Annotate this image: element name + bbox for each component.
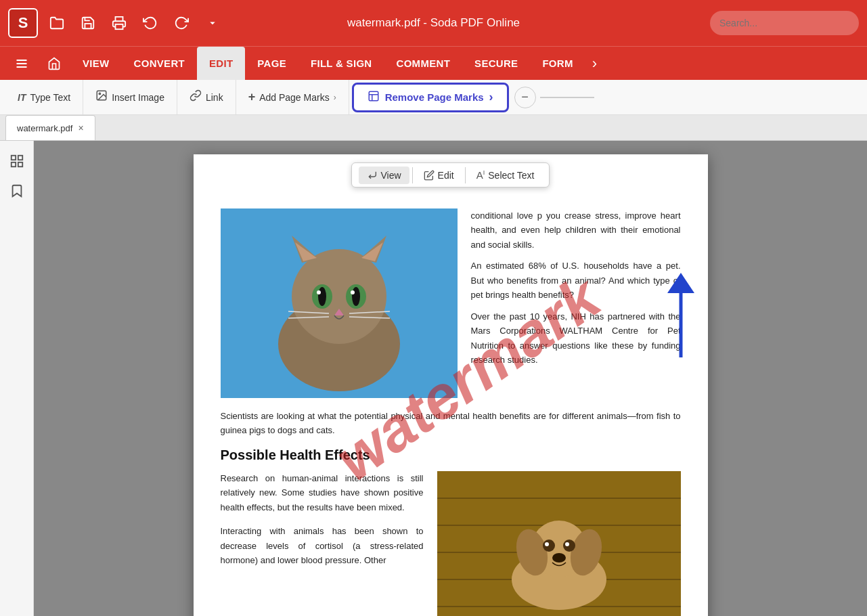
- pdf-paragraph-5: Research on human-animal interactions is…: [221, 471, 424, 514]
- remove-page-marks-button[interactable]: Remove Page Marks ›: [352, 83, 509, 112]
- add-page-marks-icon: +: [248, 90, 256, 104]
- cat-text-column: conditional love p you crease stress, im…: [471, 208, 681, 398]
- nav-edit[interactable]: EDIT: [197, 47, 245, 80]
- print-button[interactable]: [107, 11, 131, 35]
- pdf-bottom-text-column: Research on human-animal interactions is…: [221, 471, 424, 616]
- more-dropdown-button[interactable]: [200, 11, 225, 35]
- add-page-marks-button[interactable]: + Add Page Marks ›: [236, 80, 349, 114]
- nav-fill-sign[interactable]: FILL & SIGN: [298, 47, 384, 80]
- tab-close-button[interactable]: ×: [78, 123, 83, 133]
- tab-filename: watermark.pdf: [17, 123, 72, 133]
- undo-button[interactable]: [138, 11, 162, 35]
- svg-point-42: [563, 540, 575, 552]
- redo-button[interactable]: [169, 11, 194, 35]
- pdf-edit-label: Edit: [438, 170, 454, 181]
- svg-point-25: [351, 290, 355, 294]
- pdf-paragraph-2: An estimated 68% of U.S. households have…: [471, 259, 681, 302]
- insert-image-button[interactable]: Insert Image: [83, 80, 177, 114]
- svg-rect-0: [116, 24, 123, 29]
- pdf-select-text-button[interactable]: AI Select Text: [468, 166, 543, 184]
- insert-image-icon: [95, 89, 108, 105]
- nav-convert[interactable]: CONVERT: [122, 47, 197, 80]
- remove-page-marks-chevron: ›: [489, 90, 493, 104]
- pdf-view-label: View: [381, 170, 401, 181]
- save-button[interactable]: [76, 11, 100, 35]
- svg-rect-10: [18, 156, 22, 160]
- pdf-select-text-label: Select Text: [488, 170, 534, 181]
- svg-rect-9: [11, 156, 15, 160]
- add-page-marks-label: Add Page Marks: [259, 92, 330, 103]
- nav-bar: VIEW CONVERT EDIT PAGE FILL & SIGN COMME…: [0, 46, 867, 80]
- zoom-slider[interactable]: [540, 97, 594, 98]
- pdf-paragraph-4: Scientists are looking at what the poten…: [221, 409, 681, 438]
- thumbnail-panel-button[interactable]: [5, 149, 29, 173]
- link-button[interactable]: Link: [177, 80, 236, 114]
- add-page-marks-chevron: ›: [334, 93, 336, 102]
- window-title: watermark.pdf - Soda PDF Online: [347, 16, 520, 30]
- svg-rect-11: [11, 162, 15, 167]
- pdf-paragraph-6: Interacting with animals has been shown …: [221, 524, 424, 567]
- pdf-content: conditional love p you crease stress, im…: [194, 195, 708, 616]
- home-nav-button[interactable]: [38, 47, 70, 80]
- svg-point-15: [292, 249, 386, 344]
- pdf-floating-toolbar: View Edit AI Select Text: [351, 162, 550, 188]
- tab-bar: watermark.pdf ×: [0, 115, 867, 141]
- svg-point-24: [317, 290, 321, 294]
- svg-point-45: [552, 553, 566, 563]
- nav-more-button[interactable]: ›: [585, 47, 604, 80]
- type-text-icon: IT: [18, 92, 26, 103]
- top-bar: S watermark.pdf - Soda PDF Online: [0, 0, 867, 46]
- pdf-heading-health: Possible Health Effects: [221, 447, 681, 463]
- nav-page[interactable]: PAGE: [245, 47, 298, 80]
- type-text-label: Type Text: [30, 92, 70, 103]
- type-text-button[interactable]: IT Type Text: [5, 80, 83, 114]
- select-text-icon: AI: [476, 169, 485, 181]
- svg-rect-6: [369, 91, 378, 101]
- insert-image-label: Insert Image: [112, 92, 164, 103]
- toolbar-separator2: [465, 167, 466, 183]
- pdf-view-button[interactable]: View: [359, 167, 409, 184]
- svg-point-23: [352, 287, 360, 306]
- pdf-bottom-section: Research on human-animal interactions is…: [221, 471, 681, 616]
- pdf-top-section: conditional love p you crease stress, im…: [221, 208, 681, 398]
- pdf-paragraph-1: conditional love p you crease stress, im…: [471, 208, 681, 252]
- nav-form[interactable]: FORM: [530, 47, 585, 80]
- bookmark-panel-button[interactable]: [5, 179, 29, 203]
- main-content: View Edit AI Select Text: [0, 141, 867, 616]
- search-input[interactable]: [710, 11, 859, 35]
- left-sidebar: [0, 141, 34, 616]
- svg-point-22: [318, 287, 326, 306]
- zoom-minus-button[interactable]: −: [514, 87, 536, 108]
- pdf-area: View Edit AI Select Text: [34, 141, 867, 616]
- toolbar-bar: IT Type Text Insert Image Link + Add Pag…: [0, 80, 867, 115]
- pdf-edit-button[interactable]: Edit: [416, 167, 462, 184]
- link-label: Link: [206, 92, 223, 103]
- cat-image: [221, 208, 458, 398]
- svg-point-5: [99, 93, 100, 94]
- remove-page-marks-icon: [368, 90, 380, 104]
- hamburger-menu-button[interactable]: [5, 47, 38, 80]
- open-folder-button[interactable]: [45, 11, 69, 35]
- logo-button[interactable]: S: [8, 8, 38, 38]
- remove-page-marks-label: Remove Page Marks: [385, 91, 484, 103]
- pdf-paragraph-3: Over the past 10 years, NIH has partnere…: [471, 309, 681, 368]
- nav-secure[interactable]: SECURE: [462, 47, 530, 80]
- svg-rect-12: [18, 162, 22, 167]
- nav-comment[interactable]: COMMENT: [384, 47, 463, 80]
- svg-point-44: [565, 542, 569, 546]
- svg-point-43: [545, 542, 549, 546]
- nav-view[interactable]: VIEW: [70, 47, 122, 80]
- link-icon: [190, 89, 202, 105]
- toolbar-separator: [412, 167, 413, 183]
- dog-image: [437, 471, 681, 616]
- svg-point-41: [543, 540, 555, 552]
- pdf-page: View Edit AI Select Text: [194, 154, 708, 616]
- pdf-tab[interactable]: watermark.pdf ×: [5, 115, 95, 140]
